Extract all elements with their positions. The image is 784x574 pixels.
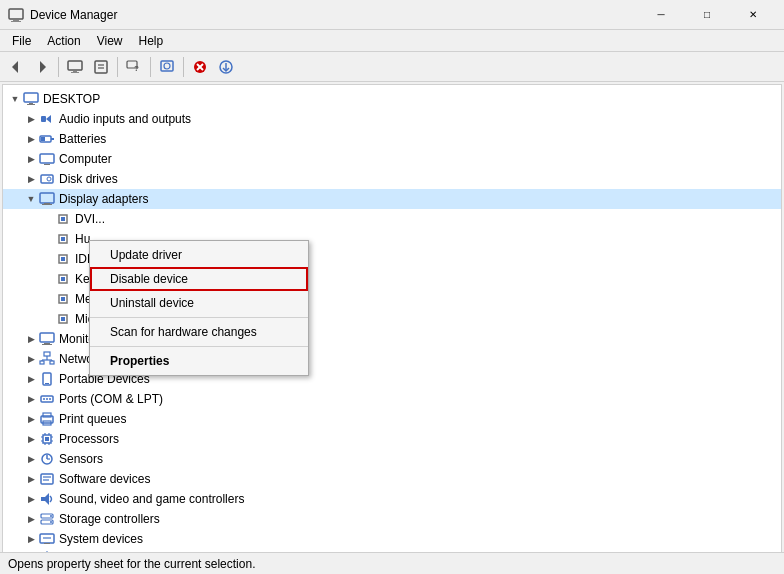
toolbar-sep-4 [183,57,184,77]
tree-item-storage[interactable]: ▶ Storage controllers [3,509,781,529]
expand-monitors[interactable]: ▶ [23,331,39,347]
expand-ports[interactable]: ▶ [23,391,39,407]
expand-storage[interactable]: ▶ [23,511,39,527]
download-button[interactable] [214,55,238,79]
tree-item-computer[interactable]: ▶ Computer [3,149,781,169]
svg-rect-34 [42,204,52,205]
diskdrives-label: Disk drives [59,172,118,186]
svg-rect-27 [41,137,45,141]
expand-processors[interactable]: ▶ [23,431,39,447]
tree-item-batteries[interactable]: ▶ Batteries [3,129,781,149]
batteries-label: Batteries [59,132,106,146]
svg-text:?: ? [134,64,139,73]
print-icon [39,411,55,427]
ports-label: Ports (COM & LPT) [59,392,163,406]
back-button[interactable] [4,55,28,79]
svg-point-14 [164,63,170,69]
uninstall-button[interactable] [188,55,212,79]
context-menu: Update driver Disable device Uninstall d… [89,240,309,376]
expand-audio[interactable]: ▶ [23,111,39,127]
expand-display[interactable]: ▼ [23,191,39,207]
key-icon [55,271,71,287]
expand-system[interactable]: ▶ [23,531,39,547]
tree-item-displayadapters[interactable]: ▼ Display adapters [3,189,781,209]
ctx-scan-hardware[interactable]: Scan for hardware changes [90,320,308,344]
minimize-button[interactable]: ─ [638,0,684,30]
ctx-disable-device[interactable]: Disable device [90,267,308,291]
expand-print[interactable]: ▶ [23,411,39,427]
svg-rect-89 [44,543,50,544]
forward-button[interactable] [30,55,54,79]
expand-disk[interactable]: ▶ [23,171,39,187]
menu-action[interactable]: Action [39,32,88,50]
system-label: System devices [59,532,143,546]
expand-software[interactable]: ▶ [23,471,39,487]
close-button[interactable]: ✕ [730,0,776,30]
expand-portable[interactable]: ▶ [23,371,39,387]
tree-item-diskdrives[interactable]: ▶ Disk drives [3,169,781,189]
tree-item-processors[interactable]: ▶ Processors [3,429,781,449]
menu-file[interactable]: File [4,32,39,50]
tree-item-sensors[interactable]: ▶ Sensors [3,449,781,469]
expand-computer[interactable]: ▶ [23,151,39,167]
system-icon [39,531,55,547]
status-text: Opens property sheet for the current sel… [8,557,255,571]
ctx-separator-2 [90,346,308,347]
tree-item-system[interactable]: ▶ System devices [3,529,781,549]
svg-rect-51 [40,361,44,364]
scan-button[interactable] [155,55,179,79]
svg-rect-20 [24,93,38,102]
svg-rect-50 [44,352,50,356]
status-bar: Opens property sheet for the current sel… [0,552,784,574]
svg-rect-32 [40,193,54,203]
expand-sound[interactable]: ▶ [23,491,39,507]
svg-rect-42 [61,277,65,281]
computer-label: Computer [59,152,112,166]
help-button[interactable]: ? [122,55,146,79]
svg-rect-46 [61,317,65,321]
toolbar: ? [0,52,784,82]
properties-button[interactable] [89,55,113,79]
chip2-icon [55,231,71,247]
tree-item-desktop[interactable]: ▼ DESKTOP [3,89,781,109]
app-icon [8,7,24,23]
svg-point-86 [50,521,52,523]
audio-icon [39,111,55,127]
ctx-uninstall-device[interactable]: Uninstall device [90,291,308,315]
svg-marker-4 [40,61,46,73]
menu-help[interactable]: Help [131,32,172,50]
tree-item-printqueues[interactable]: ▶ Print queues [3,409,781,429]
mic-icon [55,311,71,327]
svg-rect-21 [29,103,33,104]
display-icon [39,191,55,207]
tree-item-dvi[interactable]: DVI... [3,209,781,229]
svg-rect-67 [45,437,49,441]
svg-marker-82 [41,493,49,505]
svg-rect-48 [44,343,50,344]
expand-desktop[interactable]: ▼ [7,91,23,107]
tree-item-audio[interactable]: ▶ Audio inputs and outputs [3,109,781,129]
svg-rect-7 [71,72,79,73]
device-tree-panel: ▼ DESKTOP ▶ Audio inputs and outputs [2,84,782,554]
svg-rect-58 [45,383,49,384]
window-controls: ─ □ ✕ [638,0,776,30]
expand-batteries[interactable]: ▶ [23,131,39,147]
svg-rect-28 [40,154,54,163]
ctx-properties[interactable]: Properties [90,349,308,373]
menu-view[interactable]: View [89,32,131,50]
network-icon [39,351,55,367]
expand-sensors[interactable]: ▶ [23,451,39,467]
tree-item-software[interactable]: ▶ Software devices [3,469,781,489]
sound-label: Sound, video and game controllers [59,492,244,506]
menu-bar: File Action View Help [0,30,784,52]
svg-rect-33 [44,203,50,204]
tree-item-ports[interactable]: ▶ Ports (COM & LPT) [3,389,781,409]
tree-item-sound[interactable]: ▶ Sound, video and game controllers [3,489,781,509]
maximize-button[interactable]: □ [684,0,730,30]
expand-dvi [39,211,55,227]
expand-network[interactable]: ▶ [23,351,39,367]
show-devices-button[interactable] [63,55,87,79]
ctx-update-driver[interactable]: Update driver [90,243,308,267]
storage-icon [39,511,55,527]
svg-rect-26 [51,138,54,140]
